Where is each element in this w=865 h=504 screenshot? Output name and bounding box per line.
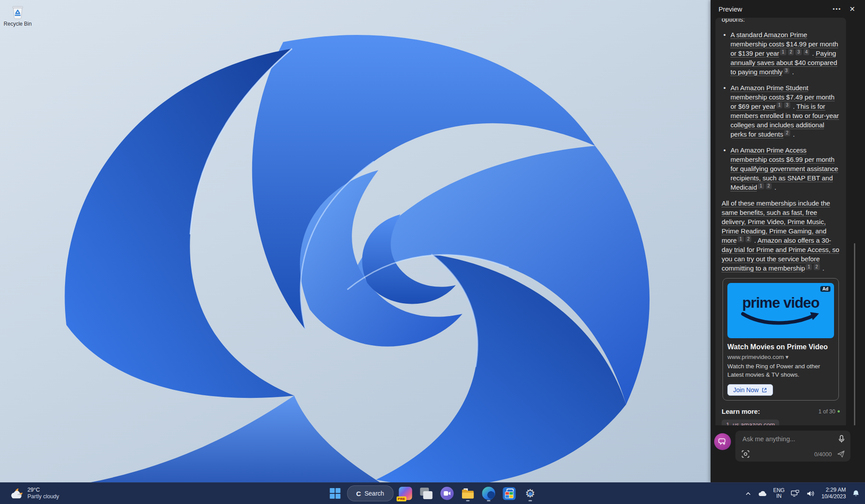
recycle-bin-label: Recycle Bin [4, 21, 32, 27]
file-explorer-button[interactable] [459, 485, 477, 502]
learn-more-row: Learn more: 1 of 30 [722, 408, 840, 415]
chat-button[interactable] [438, 485, 456, 502]
copilot-preview-button[interactable]: PRE [396, 485, 414, 502]
citation-superscript[interactable]: 1 [777, 102, 783, 108]
citation-superscript[interactable]: 3 [796, 49, 802, 55]
edge-button[interactable] [480, 485, 497, 502]
citation-superscript[interactable]: 1 [758, 183, 764, 189]
notification-bell-icon [852, 490, 860, 497]
close-icon[interactable]: ✕ [846, 3, 859, 15]
microsoft-store-button[interactable] [500, 485, 518, 502]
search-box[interactable]: C Search [347, 485, 393, 501]
microphone-icon [838, 435, 845, 443]
language-line2: IN [776, 493, 781, 499]
time-label: 2:29 AM [826, 487, 846, 493]
running-indicator [487, 500, 490, 501]
citation-superscript[interactable]: 3 [784, 68, 790, 74]
clock-widget[interactable]: 2:29 AM 10/4/2023 [821, 487, 846, 500]
screenshot-icon [742, 450, 750, 458]
windows-logo-icon [330, 488, 340, 499]
recycle-bin-shortcut[interactable]: Recycle Bin [4, 3, 32, 27]
running-indicator [466, 500, 469, 501]
new-topic-button[interactable] [714, 433, 731, 450]
network-tray-icon[interactable] [790, 489, 800, 498]
ad-headline-link[interactable]: Watch Movies on Prime Video [727, 343, 834, 351]
settings-gear-icon: ⚙ [525, 488, 535, 499]
preview-badge: PRE [396, 496, 406, 501]
ad-domain-link[interactable]: www.primevideo.com ▾ [727, 353, 834, 360]
onedrive-tray-icon[interactable] [757, 489, 768, 497]
send-button[interactable] [837, 450, 845, 458]
ask-me-anything-input[interactable] [742, 435, 838, 443]
citation-chip-row: 1. us.amazon.com [722, 420, 840, 425]
sidebar-header: Preview ••• ✕ [711, 0, 865, 18]
weather-condition: Partly cloudy [27, 493, 59, 500]
chevron-up-icon [746, 492, 751, 496]
learn-more-label: Learn more: [722, 408, 819, 415]
volume-tray-icon[interactable] [806, 489, 816, 498]
chevron-down-icon: ▾ [785, 354, 788, 360]
notification-center-button[interactable] [851, 489, 861, 498]
citation-superscript[interactable]: 4 [803, 49, 810, 55]
copilot-sidebar: Preview ••• ✕ options: A standard Amazon… [711, 0, 865, 483]
recycle-bin-icon [9, 3, 27, 20]
search-icon: C [356, 490, 361, 497]
list-item: An Amazon Prime Student membership costs… [722, 83, 840, 139]
citation-progress-dot [838, 410, 840, 412]
ad-card: Ad prime video Watch Movies on Prime Vid… [723, 278, 839, 401]
weather-widget[interactable]: 29°C Partly cloudy [6, 483, 63, 504]
ad-description: Watch the Ring of Power and other Latest… [727, 362, 834, 379]
task-view-icon [420, 488, 432, 499]
citation-chip[interactable]: 1. us.amazon.com [722, 420, 779, 425]
plain-text: . [790, 68, 794, 76]
citation-superscript[interactable]: 2 [766, 183, 772, 189]
more-options-icon[interactable]: ••• [828, 4, 846, 14]
system-tray: ENG IN 2:29 AM 10/4/2023 [745, 483, 861, 504]
sidebar-scrollbar-thumb[interactable] [854, 243, 855, 425]
hidden-icons-chevron[interactable] [745, 491, 752, 496]
citation-superscript[interactable]: 1 [738, 236, 744, 242]
join-now-button[interactable]: Join Now [727, 384, 773, 396]
plain-text: . [810, 50, 816, 57]
file-explorer-icon [461, 487, 475, 500]
citation-superscript[interactable]: 1 [806, 264, 812, 270]
citation-superscript[interactable]: 2 [788, 49, 794, 55]
start-button[interactable] [326, 485, 344, 502]
citation-superscript[interactable]: 1 [780, 49, 786, 55]
chat-scroll-area: options: A standard Amazon Prime members… [711, 18, 865, 425]
taskbar: 29°C Partly cloudy C Search PRE [0, 482, 865, 504]
message-input-box: 0/4000 [735, 431, 850, 462]
amazon-smile-icon [737, 311, 825, 326]
plain-text: . [791, 130, 795, 138]
external-link-icon [761, 387, 767, 393]
plain-text: . [752, 237, 757, 244]
running-indicator [528, 500, 532, 501]
citation-superscript[interactable]: 2 [814, 264, 820, 270]
new-chat-icon [718, 437, 727, 446]
citation-superscript[interactable]: 2 [784, 130, 790, 136]
response-paragraph: All of these memberships include the sam… [722, 199, 840, 273]
screenshot-button[interactable] [742, 450, 750, 458]
cloud-icon [758, 490, 767, 496]
list-item: An Amazon Prime Access membership costs … [722, 145, 840, 192]
citation-superscript[interactable]: 2 [746, 236, 752, 242]
character-counter: 0/4000 [814, 451, 832, 458]
microphone-button[interactable] [838, 435, 845, 443]
citation-superscript[interactable]: 3 [784, 102, 790, 108]
sidebar-title: Preview [719, 5, 828, 13]
ad-badge: Ad [820, 286, 830, 292]
copilot-icon: PRE [399, 487, 412, 500]
ethernet-icon [791, 490, 800, 497]
prime-video-logo: prime video [742, 295, 819, 310]
language-switcher[interactable]: ENG IN [773, 488, 784, 499]
list-item: A standard Amazon Prime membership costs… [722, 30, 840, 76]
speaker-icon [807, 490, 815, 497]
plain-text: . [791, 103, 796, 110]
prime-video-ad-banner[interactable]: Ad prime video [727, 283, 834, 338]
cited-text-link[interactable]: An Amazon Prime Access membership costs … [730, 146, 838, 191]
settings-button[interactable]: ⚙ [521, 485, 539, 502]
chat-response-bubble: options: A standard Amazon Prime members… [715, 18, 846, 425]
screen: Recycle Bin Preview ••• ✕ options: A sta… [0, 0, 865, 504]
task-view-button[interactable] [417, 485, 435, 502]
clipped-text-line: options: [722, 19, 840, 24]
